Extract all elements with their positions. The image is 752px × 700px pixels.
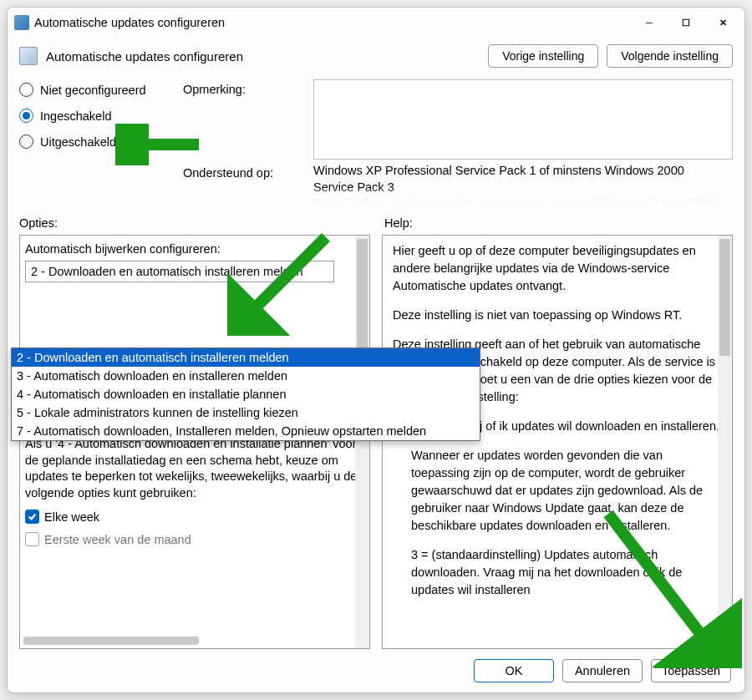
comment-label: Opmerking: — [183, 79, 308, 160]
options-section-label: Opties: — [19, 216, 368, 230]
supported-label: Ondersteund op: — [183, 163, 308, 203]
comment-textarea[interactable] — [313, 79, 733, 160]
radio-icon — [19, 134, 33, 149]
supported-text: Windows XP Professional Service Pack 1 o… — [313, 163, 733, 203]
checkbox-first-week[interactable]: Eerste week van de maand — [25, 532, 364, 546]
dropdown-option[interactable]: 3 - Automatisch downloaden en installere… — [12, 367, 480, 385]
help-p5: Wanneer er updates worden gevonden die v… — [393, 447, 722, 535]
radio-disabled[interactable]: Uitgeschakeld — [19, 134, 178, 149]
checkbox-label: Elke week — [44, 510, 99, 524]
radio-label: Ingeschakeld — [40, 109, 111, 123]
previous-setting-button[interactable]: Vorige instelling — [488, 44, 598, 68]
radio-enabled[interactable]: Ingeschakeld — [19, 109, 178, 123]
section-labels: Opties: Help: — [8, 208, 744, 231]
cancel-button[interactable]: Annuleren — [562, 659, 643, 682]
dropdown-option[interactable]: 2 - Downloaden en automatisch installere… — [12, 348, 480, 367]
titlebar: Automatische updates configureren ─ ☐ ✕ — [8, 8, 744, 38]
dialog-header: Automatische updates configureren Vorige… — [8, 38, 744, 76]
help-p1: Hier geeft u op of deze computer beveili… — [393, 242, 722, 295]
options-scrollbar[interactable] — [355, 236, 369, 648]
help-scrollbar[interactable] — [718, 236, 732, 648]
help-pane: Hier geeft u op of deze computer beveili… — [382, 235, 733, 649]
radio-icon — [19, 83, 33, 97]
policy-icon — [19, 47, 38, 65]
help-p6: 3 = (standaardinstelling) Updates automa… — [393, 546, 722, 599]
minimize-button[interactable]: ─ — [631, 9, 668, 36]
dropdown-option[interactable]: 5 - Lokale administrators kunnen de inst… — [12, 403, 480, 422]
checkbox-every-week[interactable]: Elke week — [25, 510, 364, 524]
configure-select[interactable]: 2 - Downloaden en automatisch installere… — [25, 261, 334, 282]
ok-button[interactable]: OK — [474, 659, 554, 682]
dialog-title: Automatische updates configureren — [46, 49, 480, 63]
radio-icon — [19, 109, 33, 123]
dropdown-option[interactable]: 4 - Automatisch downloaden en installati… — [12, 385, 480, 403]
options-note: Als u '4 - Automatisch downloaden en ins… — [25, 436, 364, 501]
dropdown-option[interactable]: 7 - Automatisch downloaden, Installeren … — [12, 422, 480, 440]
radio-not-configured[interactable]: Niet geconfigureerd — [19, 83, 178, 97]
apply-button[interactable]: Toepassen — [651, 659, 731, 682]
configure-select-dropdown[interactable]: 2 - Downloaden en automatisch installere… — [11, 347, 480, 441]
radio-label: Niet geconfigureerd — [40, 84, 146, 97]
help-section-label: Help: — [384, 216, 733, 230]
configure-label: Automatisch bijwerken configureren: — [25, 242, 364, 256]
window-title: Automatische updates configureren — [34, 16, 631, 29]
maximize-button[interactable]: ☐ — [668, 9, 704, 36]
dialog-footer: OK Annuleren Toepassen — [8, 649, 744, 692]
checkbox-icon — [25, 510, 39, 524]
state-area: Niet geconfigureerd Ingeschakeld Uitgesc… — [8, 76, 744, 208]
app-icon — [14, 15, 29, 30]
checkbox-icon — [25, 532, 39, 546]
close-button[interactable]: ✕ — [704, 9, 741, 36]
radio-label: Uitgeschakeld — [40, 135, 116, 149]
options-hscroll[interactable] — [23, 637, 199, 645]
checkbox-label: Eerste week van de maand — [44, 533, 191, 546]
state-radio-group: Niet geconfigureerd Ingeschakeld Uitgesc… — [19, 79, 178, 160]
options-pane: Automatisch bijwerken configureren: 2 - … — [19, 235, 370, 649]
help-p2: Deze instelling is niet van toepassing o… — [393, 307, 722, 324]
next-setting-button[interactable]: Volgende instelling — [607, 44, 733, 68]
